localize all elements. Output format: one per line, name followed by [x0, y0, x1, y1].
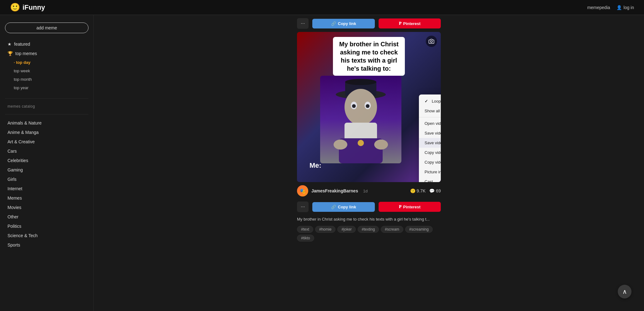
sidebar-item-top-month[interactable]: top month	[11, 75, 88, 84]
sidebar-divider	[5, 98, 88, 99]
bottom-action-bar: ··· 🔗 Copy link 𝐏 Pinterest	[297, 198, 441, 215]
context-menu-item-cast[interactable]: Cast...	[419, 177, 441, 182]
pinterest-label-bottom: Pinterest	[403, 205, 421, 209]
catalog-item-science[interactable]: Science & Tech	[5, 231, 88, 240]
topnav: 🙂 iFunny memepedia 👤 log in	[0, 0, 644, 15]
svg-point-10	[334, 140, 347, 150]
logo[interactable]: 🙂 iFunny	[10, 3, 45, 12]
catalog-label: memes catalog	[5, 102, 88, 110]
sidebar-nav: ★ featured 🏆 top memes · top day top wee…	[5, 39, 88, 92]
context-menu: Loop Show all controls Open video in new…	[419, 94, 441, 182]
catalog-item-politics[interactable]: Politics	[5, 222, 88, 231]
catalog-item-internet[interactable]: Internet	[5, 184, 88, 193]
svg-point-11	[374, 140, 388, 150]
comment-stat: 💬 69	[429, 188, 441, 193]
catalog-item-cars[interactable]: Cars	[5, 146, 88, 156]
sidebar-item-featured[interactable]: ★ featured	[5, 39, 88, 49]
catalog-item-sports[interactable]: Sports	[5, 240, 88, 250]
trophy-icon: 🏆	[8, 51, 13, 56]
post-description: My brother in Christ asking me to check …	[297, 215, 441, 224]
context-menu-item-copy-address[interactable]: Copy video address	[419, 157, 441, 167]
logo-text: iFunny	[23, 3, 45, 12]
copy-link-label-bottom: Copy link	[338, 205, 356, 209]
sidebar-item-top-day[interactable]: · top day	[11, 58, 88, 67]
comment-icon: 💬	[429, 188, 435, 193]
context-menu-item-loop[interactable]: Loop	[419, 96, 441, 106]
smile-icon: 🙂	[410, 188, 415, 193]
user-icon: 👤	[616, 5, 622, 10]
hashtag-homie[interactable]: #homie	[315, 226, 335, 233]
comment-count: 69	[436, 188, 441, 193]
pinterest-icon-bottom: 𝐏	[399, 204, 401, 209]
context-menu-item-save-frame[interactable]: Save video frame as...	[419, 128, 441, 138]
catalog-item-memes[interactable]: Memes	[5, 193, 88, 203]
link-icon-bottom: 🔗	[331, 205, 336, 209]
post-meta: 🎭 JamesFreakingBarnes 1d 🙂 9.7K 💬 69	[297, 182, 441, 198]
copy-link-button-bottom[interactable]: 🔗 Copy link	[312, 202, 375, 212]
login-button[interactable]: 👤 log in	[616, 5, 634, 10]
copy-link-button-top[interactable]: 🔗 Copy link	[312, 19, 375, 28]
logo-emoji: 🙂	[10, 3, 20, 12]
more-button-bottom[interactable]: ···	[297, 201, 309, 212]
post-author: 🎭 JamesFreakingBarnes 1d	[297, 185, 368, 196]
context-menu-item-pip[interactable]: Picture in picture	[419, 167, 441, 177]
catalog-item-art[interactable]: Art & Creative	[5, 137, 88, 146]
catalog-item-girls[interactable]: Girls	[5, 175, 88, 184]
link-icon: 🔗	[331, 21, 336, 26]
meme-character	[320, 76, 401, 163]
context-menu-item-copy-frame[interactable]: Copy video frame	[419, 148, 441, 157]
context-menu-item-open-tab[interactable]: Open video in new tab	[419, 119, 441, 128]
catalog-item-movies[interactable]: Movies	[5, 203, 88, 212]
sidebar-item-top-year[interactable]: top year	[11, 84, 88, 92]
context-menu-divider-1	[419, 117, 441, 117]
me-text: Me:	[309, 161, 321, 170]
hashtag-texting[interactable]: #texting	[358, 226, 379, 233]
catalog-item-other[interactable]: Other	[5, 212, 88, 222]
login-label: log in	[624, 5, 634, 10]
avatar[interactable]: 🎭	[297, 185, 308, 196]
pinterest-button-top[interactable]: 𝐏 Pinterest	[379, 18, 441, 28]
add-meme-button[interactable]: add meme	[5, 23, 88, 33]
svg-point-7	[366, 104, 370, 108]
catalog-item-celebrities[interactable]: Celebrities	[5, 156, 88, 165]
hashtag-tikto[interactable]: #tikto	[297, 235, 314, 242]
author-name[interactable]: JamesFreakingBarnes	[311, 188, 358, 193]
pinterest-label: Pinterest	[403, 21, 421, 26]
svg-point-6	[352, 104, 356, 108]
context-menu-item-show-controls[interactable]: Show all controls	[419, 106, 441, 116]
sub-item-label: top week	[14, 69, 30, 73]
sub-item-label: top year	[14, 85, 28, 90]
sidebar-item-top-memes[interactable]: 🏆 top memes	[5, 49, 88, 58]
sub-item-label: top month	[14, 77, 32, 82]
pinterest-button-bottom[interactable]: 𝐏 Pinterest	[379, 202, 441, 212]
sidebar-item-top-week[interactable]: top week	[11, 67, 88, 75]
more-button-top[interactable]: ···	[297, 18, 309, 29]
scroll-to-top-button[interactable]: ∧	[618, 285, 631, 298]
svg-point-13	[430, 41, 432, 43]
catalog-item-gaming[interactable]: Gaming	[5, 165, 88, 175]
catalog-divider	[5, 114, 88, 115]
sidebar-item-label: featured	[14, 42, 30, 47]
hashtag-joker[interactable]: #joker	[337, 226, 356, 233]
page-body: add meme ★ featured 🏆 top memes · top da…	[0, 15, 644, 257]
context-menu-item-save-video[interactable]: Save video as...	[419, 138, 441, 148]
hashtags: #text #homie #joker #texting #scream #sc…	[297, 224, 441, 245]
meme-media: My brother in Christ asking me to check …	[297, 32, 441, 182]
hashtag-text[interactable]: #text	[297, 226, 313, 233]
sidebar-item-label: top memes	[15, 51, 37, 56]
pinterest-icon: 𝐏	[399, 21, 401, 26]
meme-card: My brother in Christ asking me to check …	[297, 32, 441, 245]
sidebar: add meme ★ featured 🏆 top memes · top da…	[0, 15, 94, 311]
hashtag-scream[interactable]: #scream	[381, 226, 403, 233]
catalog-item-animals[interactable]: Animals & Nature	[5, 118, 88, 128]
post-time: 1d	[363, 189, 367, 193]
camera-icon[interactable]	[426, 36, 437, 47]
topnav-right: memepedia 👤 log in	[587, 5, 634, 10]
catalog-item-anime[interactable]: Anime & Manga	[5, 128, 88, 137]
hashtag-screaming[interactable]: #screaming	[405, 226, 433, 233]
svg-point-3	[345, 89, 377, 125]
smile-stat: 🙂 9.7K	[410, 188, 426, 193]
memepedia-link[interactable]: memepedia	[587, 5, 610, 10]
svg-point-2	[345, 79, 376, 85]
top-action-bar: ··· 🔗 Copy link 𝐏 Pinterest	[297, 15, 441, 32]
